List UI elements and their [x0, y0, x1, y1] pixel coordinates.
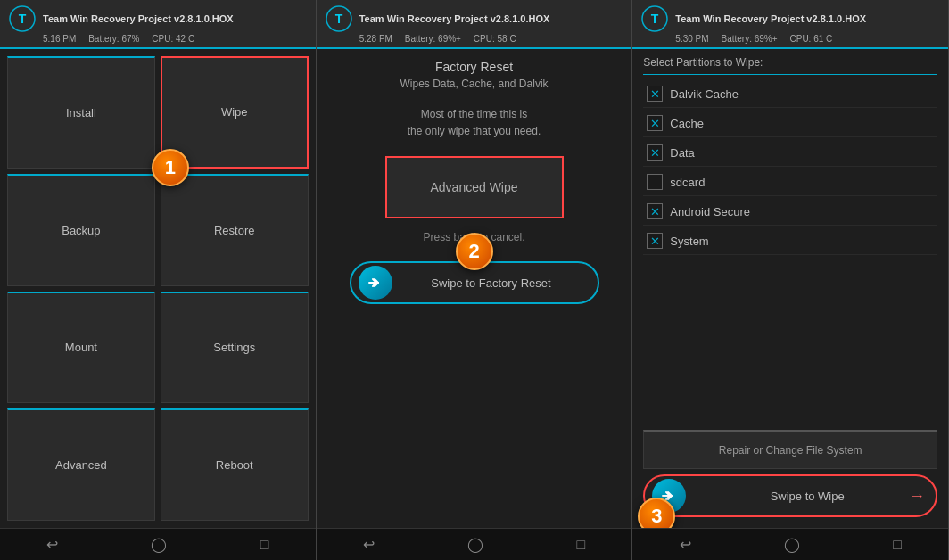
wipe-title: Factory Reset: [435, 60, 513, 74]
main-menu-grid: Install Wipe 1 Backup Restore Mount Sett…: [0, 49, 316, 528]
header-title-2: Team Win Recovery Project v2.8.1.0.HOX: [359, 13, 550, 24]
partition-label-system: System: [670, 235, 708, 248]
checkbox-android-secure[interactable]: ✕: [647, 203, 663, 219]
back-icon-1[interactable]: ↩: [46, 536, 58, 553]
home-icon-1[interactable]: ◯: [151, 536, 167, 553]
checkbox-data[interactable]: ✕: [647, 144, 663, 161]
svg-text:T: T: [334, 12, 342, 26]
swipe-wipe-label: Swipe to Wipe: [686, 490, 928, 503]
recents-icon-3[interactable]: □: [893, 537, 902, 553]
header-panel1: T Team Win Recovery Project v2.8.1.0.HOX…: [0, 0, 316, 49]
restore-button[interactable]: Restore: [161, 174, 309, 286]
wipe-content: Factory Reset Wipes Data, Cache, and Dal…: [317, 49, 632, 528]
recents-icon-2[interactable]: □: [576, 537, 585, 553]
reboot-button[interactable]: Reboot: [161, 408, 309, 521]
nav-bar-1: ↩ ◯ □: [0, 528, 316, 560]
checkbox-system[interactable]: ✕: [647, 233, 663, 249]
partition-label-dalvik: Dalvik Cache: [670, 87, 739, 101]
home-icon-2[interactable]: ◯: [467, 536, 483, 553]
header-title-3: Team Win Recovery Project v2.8.1.0.HOX: [675, 13, 866, 24]
swipe-right-arrow-icon: →: [909, 487, 925, 506]
settings-button[interactable]: Settings: [161, 292, 309, 404]
panel-partition-select: T Team Win Recovery Project v2.8.1.0.HOX…: [632, 0, 949, 560]
repair-button[interactable]: Repair or Change File System: [643, 430, 937, 469]
svg-text:T: T: [651, 12, 659, 26]
partition-item-dalvik[interactable]: ✕ Dalvik Cache: [643, 80, 937, 108]
checkbox-cache[interactable]: ✕: [647, 115, 663, 131]
checkbox-dalvik[interactable]: ✕: [647, 86, 663, 102]
partition-label-cache: Cache: [670, 117, 704, 130]
swipe-to-wipe-button[interactable]: Swipe to Wipe → 3: [643, 474, 937, 517]
partition-item-system[interactable]: ✕ System: [643, 227, 937, 255]
divider: [643, 74, 937, 75]
twrp-logo-icon-2: T: [326, 5, 352, 32]
step-badge-2: 2: [456, 233, 493, 270]
partition-item-data[interactable]: ✕ Data: [643, 139, 937, 167]
partition-list: ✕ Dalvik Cache ✕ Cache ✕ Data sdcard ✕ A…: [643, 80, 937, 255]
partition-label-android-secure: Android Secure: [670, 205, 750, 218]
partition-item-android-secure[interactable]: ✕ Android Secure: [643, 198, 937, 226]
panel-main-menu: T Team Win Recovery Project v2.8.1.0.HOX…: [0, 0, 317, 560]
back-icon-2[interactable]: ↩: [363, 536, 375, 553]
nav-bar-3: ↩ ◯ □: [632, 528, 948, 560]
wipe-subtitle: Wipes Data, Cache, and Dalvik: [400, 78, 548, 90]
recents-icon-1[interactable]: □: [260, 537, 269, 553]
advanced-wipe-button[interactable]: Advanced Wipe 2: [385, 156, 564, 218]
header-panel2: T Team Win Recovery Project v2.8.1.0.HOX…: [317, 0, 632, 49]
partition-select-title: Select Partitions to Wipe:: [643, 56, 937, 69]
back-icon-3[interactable]: ↩: [680, 536, 691, 553]
partition-item-sdcard[interactable]: sdcard: [643, 169, 937, 196]
twrp-logo-icon-3: T: [641, 5, 668, 32]
header-panel3: T Team Win Recovery Project v2.8.1.0.HOX…: [632, 0, 948, 49]
header-info-3: 5:30 PM Battery: 69%+ CPU: 61 C: [641, 34, 939, 44]
backup-button[interactable]: Backup: [7, 174, 155, 286]
step-badge-1: 1: [152, 149, 189, 186]
install-button[interactable]: Install: [7, 56, 155, 169]
partition-item-cache[interactable]: ✕ Cache: [643, 110, 937, 137]
advanced-button[interactable]: Advanced: [7, 408, 155, 521]
header-info-2: 5:28 PM Battery: 69%+ CPU: 58 C: [326, 34, 623, 44]
home-icon-3[interactable]: ◯: [784, 536, 800, 553]
partition-label-data: Data: [670, 146, 694, 160]
wipe-button[interactable]: Wipe 1: [161, 56, 309, 169]
swipe-arrow-icon: [359, 266, 392, 300]
partition-content: Select Partitions to Wipe: ✕ Dalvik Cach…: [632, 49, 948, 528]
wipe-description: Most of the time this is the only wipe t…: [408, 106, 541, 140]
mount-button[interactable]: Mount: [7, 292, 155, 404]
twrp-logo-icon: T: [9, 5, 36, 32]
svg-text:T: T: [19, 12, 27, 26]
panel-wipe-menu: T Team Win Recovery Project v2.8.1.0.HOX…: [317, 0, 633, 560]
header-info-1: 5:16 PM Battery: 67% CPU: 42 C: [9, 34, 307, 44]
nav-bar-2: ↩ ◯ □: [317, 528, 632, 560]
checkbox-sdcard[interactable]: [647, 174, 663, 190]
partition-label-sdcard: sdcard: [670, 176, 705, 189]
swipe-factory-reset-label: Swipe to Factory Reset: [392, 276, 590, 290]
header-title-1: Team Win Recovery Project v2.8.1.0.HOX: [43, 13, 234, 24]
